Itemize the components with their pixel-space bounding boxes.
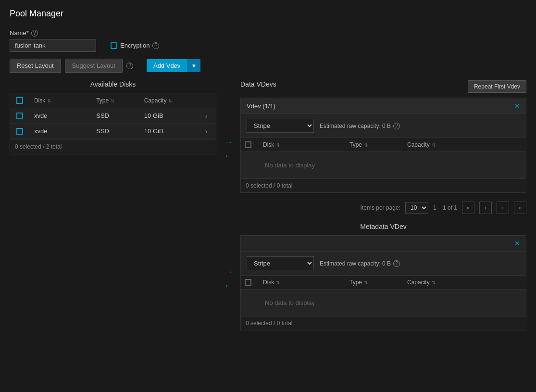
repeat-first-vdev-button[interactable]: Repeat First Vdev <box>468 80 526 93</box>
add-vdev-dropdown-button[interactable]: ▾ <box>187 59 200 72</box>
disk-transfer-btn-2[interactable]: › <box>197 127 216 135</box>
transfer-left-arrow-data[interactable]: ← <box>224 151 233 161</box>
metadata-vdev-footer: 0 selected / 0 total <box>241 316 526 330</box>
metadata-vdev-close-btn[interactable]: ✕ <box>514 240 520 247</box>
table-row: xvde SSD 10 GiB › <box>10 124 216 139</box>
vdev-type-sort-icon-1: ⇅ <box>364 142 368 148</box>
vdev-footer-1: 0 selected / 0 total <box>241 178 526 192</box>
metadata-vdev-title: Metadata VDev <box>240 223 526 230</box>
estimated-capacity-1: Estimated raw capacity: 0 B <box>320 123 391 129</box>
disk-column-header[interactable]: Disk ⇅ <box>29 93 91 108</box>
vdev-stripe-select-1[interactable]: Stripe Mirror RAIDZ1 RAIDZ2 RAIDZ3 <box>247 119 314 133</box>
encryption-help-icon[interactable]: ? <box>152 42 159 49</box>
disk-row-checkbox-1[interactable] <box>16 113 23 119</box>
add-vdev-button[interactable]: Add Vdev <box>147 59 187 72</box>
page-info: 1 – 1 of 1 <box>433 204 457 211</box>
select-all-disks-checkbox[interactable] <box>16 97 23 104</box>
name-help-icon[interactable]: ? <box>31 30 38 37</box>
prev-page-btn[interactable]: ‹ <box>479 202 492 214</box>
items-per-page-select[interactable]: 10 25 50 <box>405 202 428 214</box>
capacity-column-header[interactable]: Capacity ⇅ <box>139 93 197 108</box>
vdev-capacity-sort-icon-1: ⇅ <box>432 142 436 148</box>
metadata-capacity-sort-icon: ⇅ <box>432 280 436 285</box>
add-vdev-btn-group: Add Vdev ▾ <box>147 59 200 72</box>
disk-transfer-btn-1[interactable]: › <box>197 112 216 120</box>
capacity-sort-icon: ⇅ <box>168 98 172 103</box>
data-vdevs-panel: Data VDevs Repeat First Vdev Vdev (1/1) … <box>240 80 526 218</box>
transfer-arrows-data: → ← <box>216 80 240 218</box>
encryption-label: Encryption <box>120 42 150 49</box>
metadata-no-data: No data to display <box>241 290 526 316</box>
metadata-vdev-panel: Metadata VDev ✕ Stripe Mirror RAIDZ1 RAI… <box>240 223 526 335</box>
vdev-type-header-1[interactable]: Type ⇅ <box>345 138 402 152</box>
available-disks-title: Available Disks <box>10 80 216 88</box>
suggest-layout-button[interactable]: Suggest Layout <box>65 59 123 73</box>
metadata-disk-sort-icon: ⇅ <box>276 280 280 285</box>
next-page-btn[interactable]: › <box>497 202 509 214</box>
vdev-close-btn-1[interactable]: ✕ <box>514 102 520 110</box>
vdev-disk-sort-icon-1: ⇅ <box>276 142 280 148</box>
metadata-select-all[interactable] <box>245 279 251 286</box>
capacity-help-icon-1[interactable]: ? <box>393 123 400 129</box>
disk-capacity-2: 10 GiB <box>139 124 197 139</box>
transfer-arrows-metadata: → ← <box>216 223 240 335</box>
disk-capacity-1: 10 GiB <box>139 108 197 123</box>
page-title: Pool Manager <box>10 9 526 19</box>
vdev-select-all-1[interactable] <box>245 141 251 148</box>
disk-name-1: xvde <box>29 108 91 123</box>
pagination-bar: Items per page: 10 25 50 1 – 1 of 1 « ‹ … <box>240 198 526 218</box>
vdev-capacity-header-1[interactable]: Capacity ⇅ <box>402 138 465 152</box>
vdev-disk-header-1[interactable]: Disk ⇅ <box>258 138 345 152</box>
layout-help-icon[interactable]: ? <box>126 63 133 69</box>
metadata-type-header[interactable]: Type ⇅ <box>345 276 402 289</box>
disk-name-2: xvde <box>29 124 91 139</box>
metadata-stripe-select[interactable]: Stripe Mirror RAIDZ1 RAIDZ2 RAIDZ3 <box>247 256 314 270</box>
vdev-card-1: Vdev (1/1) ✕ Stripe Mirror RAIDZ1 RAIDZ2… <box>240 98 526 193</box>
items-per-page-label: Items per page: <box>361 204 400 211</box>
reset-layout-button[interactable]: Reset Layout <box>10 59 61 73</box>
available-disks-table: Disk ⇅ Type ⇅ Capacity ⇅ <box>10 93 216 154</box>
encryption-checkbox[interactable] <box>111 42 117 49</box>
table-row: xvde SSD 10 GiB › <box>10 108 216 124</box>
first-page-btn[interactable]: « <box>462 202 474 214</box>
disk-row-checkbox-2[interactable] <box>16 128 23 135</box>
metadata-type-sort-icon: ⇅ <box>364 280 368 285</box>
disk-sort-icon: ⇅ <box>47 98 51 103</box>
action-column-header <box>197 93 216 108</box>
transfer-left-arrow-metadata[interactable]: ← <box>224 281 233 291</box>
metadata-estimated-capacity: Estimated raw capacity: 0 B <box>320 260 391 267</box>
transfer-right-arrow-metadata[interactable]: → <box>224 267 233 277</box>
name-input[interactable] <box>10 39 96 52</box>
vdev-no-data-1: No data to display <box>241 152 526 178</box>
disk-type-1: SSD <box>91 108 139 123</box>
available-disks-footer: 0 selected / 2 total <box>10 139 216 154</box>
metadata-capacity-help-icon[interactable]: ? <box>393 260 400 267</box>
metadata-capacity-header[interactable]: Capacity ⇅ <box>402 276 465 289</box>
type-column-header[interactable]: Type ⇅ <box>91 93 139 108</box>
type-sort-icon: ⇅ <box>111 98 114 103</box>
disk-type-2: SSD <box>91 124 139 139</box>
last-page-btn[interactable]: » <box>514 202 526 214</box>
vdev-title-1: Vdev (1/1) <box>247 102 275 110</box>
metadata-vdev-card: ✕ Stripe Mirror RAIDZ1 RAIDZ2 RAIDZ3 Est… <box>240 235 526 330</box>
data-vdevs-title: Data VDevs <box>240 80 276 88</box>
transfer-right-arrow-data[interactable]: → <box>224 137 233 147</box>
metadata-disk-header[interactable]: Disk ⇅ <box>258 276 345 289</box>
name-label: Name* <box>10 29 29 37</box>
